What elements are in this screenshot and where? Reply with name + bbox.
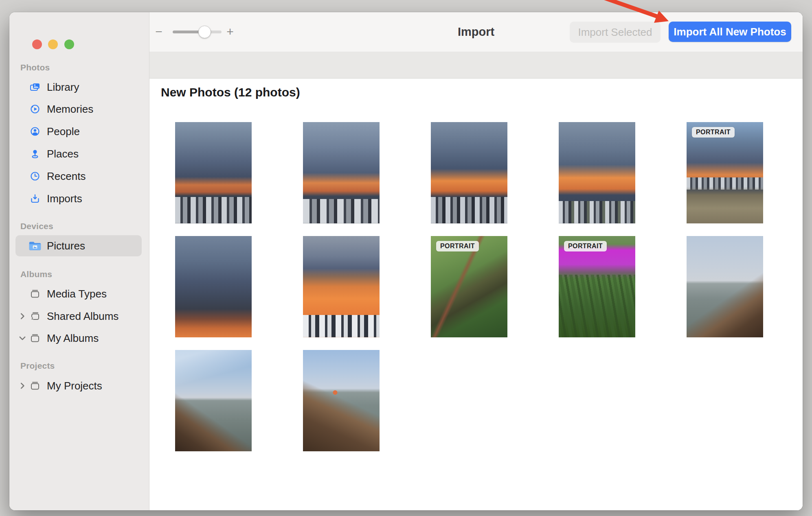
main-toolbar: − + Import Import Selected Import All Ne…: [149, 12, 803, 52]
photo-thumbnail-dark-storm-city-orange-horizon[interactable]: [431, 122, 507, 223]
sidebar-item-label: Library: [47, 80, 79, 94]
photo-thumbnail-storm-clouds-city-orange-sky[interactable]: [303, 122, 380, 223]
recents-icon: [29, 171, 41, 182]
photo-thumbnail-storm-sunset-city-aerial[interactable]: PORTRAIT: [687, 122, 763, 223]
content-pane: − + Import Import Selected Import All Ne…: [149, 12, 803, 510]
chevron-right-icon[interactable]: [19, 382, 26, 389]
sidebar-item-label: My Albums: [47, 331, 99, 345]
photo-thumbnail-magenta-flowers-foliage[interactable]: PORTRAIT: [559, 236, 635, 337]
sidebar-header-projects: Projects: [20, 360, 55, 372]
sidebar-item-people[interactable]: People: [9, 125, 149, 138]
sidebar-item-recents[interactable]: Recents: [9, 169, 149, 183]
new-photos-heading: New Photos (12 photos): [161, 85, 300, 99]
photo-thumbnail-green-leaf-closeup[interactable]: PORTRAIT: [431, 236, 507, 337]
sidebar-item-label: Media Types: [47, 287, 107, 301]
sidebar-item-library[interactable]: Library: [9, 80, 149, 94]
photo-thumbnail-sea-sky-rocks-left[interactable]: [175, 350, 252, 451]
library-icon: [29, 81, 41, 93]
sidebar-item-label: Recents: [47, 169, 86, 183]
sidebar-item-label: People: [47, 125, 80, 138]
portrait-badge: PORTRAIT: [436, 241, 479, 251]
sidebar-item-label: Places: [47, 147, 79, 161]
people-icon: [29, 126, 41, 137]
sidebar-item-media-types[interactable]: Media Types: [9, 287, 149, 301]
sidebar-item-memories[interactable]: Memories: [9, 102, 149, 116]
sidebar-item-label: Memories: [47, 102, 93, 116]
close-window-button[interactable]: [32, 39, 42, 49]
chevron-right-icon[interactable]: [19, 313, 26, 320]
pictures-folder-icon: [29, 240, 42, 252]
photo-thumbnail-orange-sunset-buildings[interactable]: [303, 236, 380, 337]
album-icon: [29, 380, 41, 391]
import-all-new-photos-button[interactable]: Import All New Photos: [669, 22, 791, 42]
album-icon: [29, 288, 41, 300]
portrait-badge: PORTRAIT: [692, 127, 735, 138]
sidebar-item-label: Imports: [47, 192, 82, 206]
photo-thumbnail-storm-sunset-city-skyline[interactable]: [559, 122, 635, 223]
photo-thumbnail-dark-clouds-orange-glow[interactable]: [175, 236, 252, 337]
imports-icon: [29, 193, 41, 204]
sidebar: /* fix left offsets kept in CSS classes …: [9, 12, 149, 510]
album-icon: [29, 332, 41, 344]
places-icon: [29, 148, 41, 160]
sidebar-item-label: Pictures: [47, 235, 85, 256]
sidebar-item-my-albums[interactable]: My Albums: [9, 331, 149, 345]
shared-album-icon: [29, 310, 41, 322]
photo-thumbnail-storm-clouds-over-city-sunset[interactable]: [175, 122, 252, 223]
photo-thumbnail-rock-jetty-into-sea[interactable]: [303, 350, 380, 451]
memories-icon: [29, 103, 41, 115]
chevron-right-icon[interactable]: [19, 290, 26, 297]
sidebar-header-devices: Devices: [20, 221, 53, 232]
sidebar-header-albums: Albums: [20, 269, 52, 280]
sidebar-header-photos: Photos: [20, 62, 50, 73]
zoom-window-button[interactable]: [64, 39, 74, 49]
portrait-badge: PORTRAIT: [564, 241, 607, 251]
import-selected-button[interactable]: Import Selected: [570, 22, 661, 43]
sidebar-item-my-projects[interactable]: My Projects: [9, 379, 149, 393]
sidebar-item-label: My Projects: [47, 379, 102, 393]
chevron-down-icon[interactable]: [19, 335, 26, 342]
sidebar-item-imports[interactable]: Imports: [9, 192, 149, 206]
photo-thumbnail-sea-sky-rocks-right[interactable]: [687, 236, 763, 337]
sidebar-item-pictures[interactable]: Pictures: [15, 235, 142, 256]
sidebar-item-places[interactable]: Places: [9, 147, 149, 161]
photos-import-window: /* fix left offsets kept in CSS classes …: [9, 12, 803, 510]
sidebar-item-label: Shared Albums: [47, 309, 119, 323]
import-options-bar: Album: None Keep Folders Cancel: [149, 52, 803, 79]
minimize-window-button[interactable]: [48, 39, 58, 49]
sidebar-item-shared-albums[interactable]: Shared Albums: [9, 309, 149, 323]
